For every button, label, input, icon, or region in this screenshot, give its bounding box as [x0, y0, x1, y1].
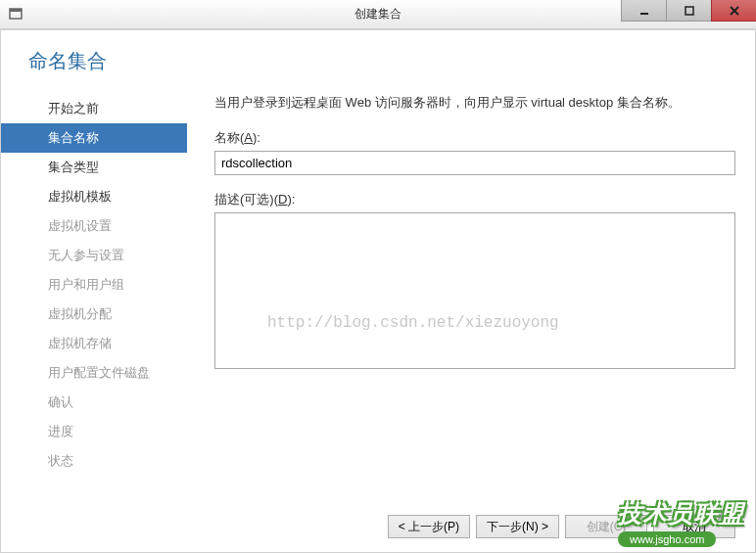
cancel-button[interactable]: 取消	[653, 515, 735, 538]
step-users-groups: 用户和用户组	[1, 270, 187, 300]
step-collection-type[interactable]: 集合类型	[1, 153, 187, 182]
name-input[interactable]	[214, 151, 735, 175]
window-controls	[621, 0, 756, 22]
description-label: 描述(可选)(D):	[214, 191, 735, 208]
instruction-text: 当用户登录到远程桌面 Web 访问服务器时，向用户显示 virtual desk…	[214, 94, 735, 112]
step-status: 状态	[1, 446, 187, 476]
maximize-button[interactable]	[666, 0, 711, 22]
step-confirm: 确认	[1, 388, 187, 417]
create-button: 创建(C)	[565, 515, 647, 538]
titlebar: 创建集合	[0, 0, 756, 29]
step-before-start[interactable]: 开始之前	[1, 94, 187, 123]
wizard-content: 命名集合 开始之前 集合名称 集合类型 虚拟机模板 虚拟机设置 无人参与设置 用…	[0, 29, 756, 553]
next-button[interactable]: 下一步(N) >	[476, 515, 559, 538]
step-vm-allocation: 虚拟机分配	[1, 300, 187, 329]
description-input[interactable]	[214, 212, 735, 369]
close-button[interactable]	[711, 0, 756, 22]
page-title: 命名集合	[1, 30, 755, 74]
step-vm-storage: 虚拟机存储	[1, 329, 187, 358]
name-label: 名称(A):	[214, 129, 735, 147]
wizard-steps-sidebar: 开始之前 集合名称 集合类型 虚拟机模板 虚拟机设置 无人参与设置 用户和用户组…	[1, 94, 187, 505]
app-icon	[8, 7, 24, 23]
step-collection-name[interactable]: 集合名称	[1, 123, 187, 153]
main-area: 开始之前 集合名称 集合类型 虚拟机模板 虚拟机设置 无人参与设置 用户和用户组…	[1, 74, 755, 505]
description-field-group: 描述(可选)(D):	[214, 191, 735, 373]
form-area: 当用户登录到远程桌面 Web 访问服务器时，向用户显示 virtual desk…	[187, 94, 755, 505]
svg-rect-1	[10, 9, 22, 12]
step-vm-settings: 虚拟机设置	[1, 211, 187, 241]
step-vm-template[interactable]: 虚拟机模板	[1, 182, 187, 211]
previous-button[interactable]: < 上一步(P)	[388, 515, 470, 538]
step-user-profile-disk: 用户配置文件磁盘	[1, 358, 187, 388]
minimize-button[interactable]	[621, 0, 666, 22]
name-field-group: 名称(A):	[214, 129, 735, 175]
step-unattended: 无人参与设置	[1, 241, 187, 270]
svg-rect-3	[685, 7, 693, 15]
wizard-button-bar: < 上一步(P) 下一步(N) > 创建(C) 取消	[388, 515, 735, 538]
window-title: 创建集合	[354, 6, 402, 23]
step-progress: 进度	[1, 417, 187, 446]
